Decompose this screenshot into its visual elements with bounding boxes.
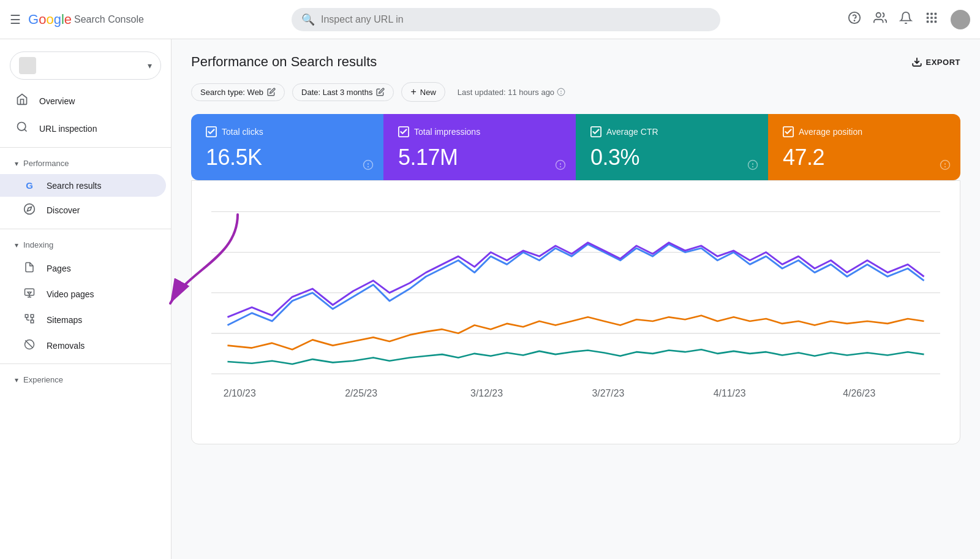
average-position-card[interactable]: Average position 47.2 <box>768 114 960 180</box>
logo-google-text: Google <box>28 12 72 28</box>
svg-point-12 <box>18 123 26 131</box>
date-range-filter[interactable]: Date: Last 3 months <box>292 83 394 101</box>
svg-rect-10 <box>930 21 933 23</box>
discover-label: Discover <box>47 205 80 215</box>
total-impressions-value: 5.17M <box>398 145 561 170</box>
manage-users-icon[interactable] <box>873 11 887 28</box>
indexing-section-header[interactable]: ▾ Indexing <box>0 234 171 256</box>
average-ctr-header: Average CTR <box>590 126 753 137</box>
logo: Google Search Console <box>28 12 144 28</box>
last-updated-text: Last updated: 11 hours ago <box>458 88 554 97</box>
search-icon: 🔍 <box>301 13 315 26</box>
svg-rect-4 <box>930 13 933 15</box>
average-ctr-value: 0.3% <box>590 145 753 170</box>
hamburger-icon[interactable]: ☰ <box>10 12 21 27</box>
user-avatar[interactable] <box>951 10 970 29</box>
apps-grid-icon[interactable] <box>925 11 938 28</box>
main-content: Performance on Search results EXPORT Sea… <box>172 39 980 559</box>
app-title: Search Console <box>74 14 144 25</box>
sidebar-item-pages[interactable]: Pages <box>0 256 166 281</box>
performance-chart: 2/10/23 2/25/23 3/12/23 3/27/23 4/11/23 … <box>211 196 940 422</box>
sitemaps-icon <box>22 313 37 327</box>
property-selector[interactable]: ▾ <box>10 51 161 80</box>
total-clicks-value: 16.5K <box>206 145 369 170</box>
sidebar-item-sitemaps[interactable]: Sitemaps <box>0 307 166 333</box>
average-ctr-help-icon[interactable] <box>747 159 758 173</box>
nav-divider-3 <box>0 363 171 364</box>
last-updated: Last updated: 11 hours ago <box>458 88 565 97</box>
overview-label: Overview <box>39 96 75 106</box>
svg-rect-11 <box>935 21 937 23</box>
svg-rect-8 <box>935 17 937 19</box>
new-filter-button[interactable]: + New <box>401 82 445 102</box>
svg-rect-6 <box>927 17 929 19</box>
svg-rect-21 <box>31 320 34 323</box>
search-type-filter[interactable]: Search type: Web <box>191 83 285 101</box>
svg-rect-20 <box>25 314 28 318</box>
average-position-help-icon[interactable] <box>940 159 951 173</box>
x-label-3: 3/12/23 <box>470 388 503 398</box>
app-header: ☰ Google Search Console 🔍 <box>0 0 980 39</box>
home-icon <box>15 93 29 108</box>
svg-rect-22 <box>31 314 34 318</box>
performance-chevron-icon: ▾ <box>15 159 18 168</box>
svg-point-2 <box>876 13 881 17</box>
header-right <box>848 10 970 29</box>
video-pages-label: Video pages <box>47 289 94 299</box>
experience-section-header[interactable]: ▾ Experience <box>0 369 171 390</box>
average-position-label: Average position <box>799 127 862 137</box>
nav-divider-1 <box>0 147 171 148</box>
total-impressions-label: Total impressions <box>414 127 480 137</box>
search-type-label: Search type: Web <box>200 88 263 97</box>
total-impressions-card[interactable]: Total impressions 5.17M <box>383 114 576 180</box>
url-inspection-label: URL inspection <box>39 124 97 134</box>
removals-label: Removals <box>47 341 85 351</box>
sidebar-item-url-inspection[interactable]: URL inspection <box>0 115 166 142</box>
total-clicks-card[interactable]: Total clicks 16.5K <box>191 114 383 180</box>
sidebar-item-video-pages[interactable]: Video pages <box>0 281 166 307</box>
nav-divider-2 <box>0 229 171 229</box>
indexing-chevron-icon: ▾ <box>15 241 18 249</box>
x-label-4: 3/27/23 <box>592 388 624 398</box>
export-button[interactable]: EXPORT <box>911 56 960 67</box>
average-position-header: Average position <box>783 126 946 137</box>
header-left: ☰ Google Search Console <box>10 12 292 28</box>
x-label-6: 4/26/23 <box>843 388 875 398</box>
svg-rect-7 <box>930 17 933 19</box>
pages-label: Pages <box>47 264 71 273</box>
search-results-label: Search results <box>47 181 101 191</box>
experience-section-label: Experience <box>23 375 63 384</box>
date-range-label: Date: Last 3 months <box>301 88 372 97</box>
help-icon[interactable] <box>848 11 861 28</box>
chart-container: 2/10/23 2/25/23 3/12/23 3/27/23 4/11/23 … <box>191 180 960 444</box>
discover-icon <box>22 203 37 218</box>
performance-section-header[interactable]: ▾ Performance <box>0 153 171 174</box>
new-filter-label: New <box>420 88 436 97</box>
google-g-icon: G <box>22 180 37 191</box>
url-search-input[interactable] <box>321 14 710 25</box>
svg-point-14 <box>24 204 35 215</box>
property-dropdown-icon: ▾ <box>148 61 152 70</box>
total-clicks-help-icon[interactable] <box>363 159 374 173</box>
sidebar-item-removals[interactable]: Removals <box>0 333 166 359</box>
svg-rect-5 <box>935 13 937 15</box>
total-impressions-help-icon[interactable] <box>555 159 566 173</box>
indexing-section-label: Indexing <box>23 240 53 249</box>
sidebar-item-search-results[interactable]: G Search results <box>0 174 166 197</box>
svg-rect-3 <box>927 13 929 15</box>
svg-rect-9 <box>927 21 929 23</box>
total-impressions-header: Total impressions <box>398 126 561 137</box>
svg-line-13 <box>24 129 27 132</box>
notifications-icon[interactable] <box>899 11 913 28</box>
performance-section-label: Performance <box>23 159 69 168</box>
sidebar-item-discover[interactable]: Discover <box>0 197 166 224</box>
video-pages-icon <box>22 287 37 301</box>
property-icon <box>19 57 36 74</box>
sidebar-item-overview[interactable]: Overview <box>0 87 166 115</box>
average-ctr-card[interactable]: Average CTR 0.3% <box>576 114 768 180</box>
total-clicks-label: Total clicks <box>222 127 263 137</box>
average-position-value: 47.2 <box>783 145 946 170</box>
url-search-bar[interactable]: 🔍 <box>292 8 720 31</box>
page-title: Performance on Search results <box>191 54 377 70</box>
filter-toolbar: Search type: Web Date: Last 3 months + N… <box>191 82 960 102</box>
